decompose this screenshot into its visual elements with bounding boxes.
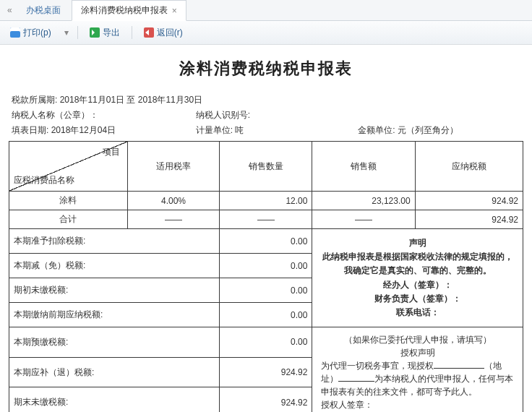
line-value: 924.92 [220,387,312,412]
cell-amount: —— [312,210,415,229]
auth-blank2 [338,372,374,382]
cell-qty: 12.00 [220,192,312,210]
page-content: 涂料消费税纳税申报表 税款所属期: 2018年11月01日 至 2018年11月… [0,45,532,412]
tab-desktop[interactable]: 办税桌面 [17,0,70,20]
label: 计量单位: [196,125,233,135]
authorization-cell: （如果你已委托代理人申报，请填写） 授权声明 为代理一切税务事宜，现授权（地址）… [312,327,523,412]
col-qty: 销售数量 [220,142,312,192]
tab-bar: « 办税桌面 涂料消费税纳税申报表 × [0,0,532,21]
declaration-cfo: 财务负责人（签章）： [319,292,515,306]
declaration-body: 此纳税申报表是根据国家税收法律的规定填报的，我确定它是真实的、可靠的、完整的。 [319,250,515,278]
auth-prefix: 为代理一切税务事宜，现授权 [321,361,434,371]
line-value: 924.92 [220,357,312,387]
tab-label: 涂料消费税纳税申报表 [81,4,168,17]
auth-hint: （如果你已委托代理人申报，请填写） [321,333,514,346]
button-label: 返回(r) [157,27,183,39]
declaration-title: 声明 [319,236,515,250]
line-label: 期末未缴税额: [9,387,220,412]
cell-name: 合计 [9,210,128,229]
toolbar: 打印(p) ▾ 导出 返回(r) [0,21,532,45]
header-label-top: 项目 [103,146,120,158]
auth-sign: 授权人签章： [321,400,373,410]
line-value: 0.00 [220,327,312,358]
line-label: 本期应补（退）税额: [9,357,220,387]
header-label-bottom: 应税消费品名称 [14,174,74,186]
tab-label: 办税桌面 [26,4,61,17]
back-button[interactable]: 返回(r) [140,25,187,40]
line-label: 本期预缴税额: [9,327,220,358]
row-l5: 本期预缴税额: 0.00 （如果你已委托代理人申报，请填写） 授权声明 为代理一… [9,327,523,358]
col-amount: 销售额 [312,142,415,192]
line-value: 0.00 [220,254,312,278]
value: 元（列至角分） [398,125,458,135]
meta-period: 税款所属期: 2018年11月01日 至 2018年11月30日 [9,93,523,108]
row-l1: 本期准予扣除税额: 0.00 声明 此纳税申报表是根据国家税收法律的规定填报的，… [9,229,523,254]
label: 纳税人名称（公章）： [12,110,98,120]
value: 吨 [235,125,244,135]
cell-rate: —— [127,210,220,229]
declaration-handler: 经办人（签章）： [319,278,515,292]
line-value: 0.00 [220,278,312,303]
cell-rate: 4.00% [127,192,220,210]
cell-name: 涂料 [9,192,128,210]
meta-payer: 纳税人名称（公章）： 纳税人识别号: [9,108,523,123]
line-value: 0.00 [220,229,312,254]
close-icon[interactable]: × [172,6,177,16]
auth-title: 授权声明 [321,346,514,359]
label: 税款所属期: [12,95,57,105]
printer-icon [10,27,20,38]
export-button[interactable]: 导出 [85,25,124,40]
col-rate: 适用税率 [127,142,220,192]
tab-scroll-left[interactable]: « [3,0,17,20]
value: 2018年11月01日 至 2018年11月30日 [60,95,202,105]
line-label: 本期准予扣除税额: [9,229,220,254]
print-button[interactable]: 打印(p) [6,25,56,40]
tab-form[interactable]: 涂料消费税纳税申报表 × [72,0,186,21]
separator [132,26,132,39]
header-diagonal: 项目 应税消费品名称 [9,142,128,192]
separator [77,26,78,39]
line-label: 期初未缴税额: [9,278,220,303]
label: 金额单位: [358,125,395,135]
auth-blank [434,359,484,369]
report-table: 项目 应税消费品名称 适用税率 销售数量 销售额 应纳税额 涂料 4.00% 1… [9,141,523,412]
print-dropdown-icon[interactable]: ▾ [63,27,70,38]
label: 填表日期: [12,125,48,135]
cell-tax: 924.92 [415,192,523,210]
button-label: 导出 [103,27,120,39]
label: 纳税人识别号: [196,110,250,120]
page-title: 涂料消费税纳税申报表 [9,52,523,93]
line-label: 本期缴纳前期应纳税额: [9,303,220,327]
cell-amount: 23,123.00 [312,192,415,210]
back-icon [144,27,154,38]
header-row: 项目 应税消费品名称 适用税率 销售数量 销售额 应纳税额 [9,142,523,192]
cell-tax: 924.92 [415,210,523,229]
row-product: 涂料 4.00% 12.00 23,123.00 924.92 [9,192,523,210]
button-label: 打印(p) [23,27,51,39]
line-label: 本期减（免）税额: [9,254,220,278]
cell-qty: —— [220,210,312,229]
col-tax: 应纳税额 [415,142,523,192]
row-total: 合计 —— —— —— 924.92 [9,210,523,229]
meta-filldate: 填表日期: 2018年12月04日 计量单位: 吨 金额单位: 元（列至角分） [9,123,523,138]
value: 2018年12月04日 [51,125,116,135]
declaration-phone: 联系电话： [319,306,515,319]
export-icon [90,27,100,38]
line-value: 0.00 [220,303,312,327]
declaration-cell: 声明 此纳税申报表是根据国家税收法律的规定填报的，我确定它是真实的、可靠的、完整… [312,229,523,327]
